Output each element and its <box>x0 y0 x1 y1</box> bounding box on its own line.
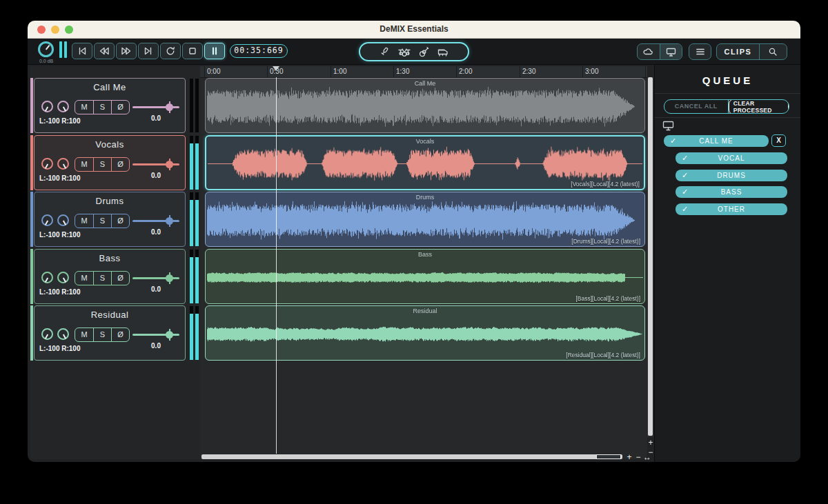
track-color-strip <box>30 78 33 133</box>
menu-button[interactable] <box>689 43 711 60</box>
volume-slider-thumb[interactable] <box>166 331 173 339</box>
hzoom-in-button[interactable]: + <box>625 453 633 461</box>
hzoom-out-button[interactable]: − <box>634 453 642 461</box>
timecode-display[interactable]: 00:35:669 <box>230 44 288 58</box>
volume-slider[interactable] <box>132 220 179 222</box>
mute-button[interactable]: M <box>75 214 93 228</box>
mute-button[interactable]: M <box>75 272 93 285</box>
clip-label: Residual <box>206 308 644 314</box>
vertical-scrollbar[interactable] <box>647 77 653 437</box>
queue-actions: CANCEL ALL CLEAR PROCESSED <box>664 99 789 114</box>
audio-clip-residual[interactable]: Residual[Residual][Local][4.2 (latest)] <box>205 305 645 361</box>
audio-clip-bass[interactable]: Bass[Bass][Local][4.2 (latest)] <box>205 249 645 304</box>
track-header-drums[interactable]: DrumsMSØ0.0L:-100 R:100 <box>30 192 200 247</box>
track-color-strip <box>30 305 33 361</box>
track-header-residual[interactable]: ResidualMSØ0.0L:-100 R:100 <box>30 305 200 361</box>
volume-slider-thumb[interactable] <box>166 103 173 111</box>
clips-button[interactable]: CLIPS <box>717 44 759 59</box>
clear-processed-button[interactable]: CLEAR PROCESSED <box>728 100 789 113</box>
pan-left-knob[interactable] <box>41 101 53 112</box>
loop-button[interactable] <box>160 43 181 59</box>
search-button[interactable] <box>759 44 787 59</box>
stop-button[interactable] <box>182 43 203 59</box>
solo-button[interactable]: S <box>93 158 111 171</box>
vertical-scroll-thumb[interactable] <box>648 77 653 436</box>
vzoom-out-button[interactable]: − <box>647 448 655 456</box>
cloud-button[interactable] <box>638 44 660 59</box>
queue-stem-bass[interactable]: ✓BASS <box>676 186 787 198</box>
track-color-strip <box>30 192 33 247</box>
pan-left-knob[interactable] <box>41 158 53 170</box>
transport-controls <box>72 43 225 59</box>
ruler-tick: 2:30 <box>520 66 535 78</box>
solo-button[interactable]: S <box>93 272 111 285</box>
pause-button[interactable] <box>204 43 225 59</box>
queue-job-call-me[interactable]: ✓ CALL ME <box>664 135 769 147</box>
track-header-call-me[interactable]: Call MeMSØ0.0L:-100 R:100 <box>30 78 200 133</box>
solo-button[interactable]: S <box>93 328 111 341</box>
pan-range-label: L:-100 R:100 <box>39 174 80 182</box>
audio-clip-call-me[interactable]: Call Me <box>205 78 645 133</box>
pan-left-knob[interactable] <box>41 328 53 340</box>
monitor-icon <box>665 47 677 57</box>
rewind-button[interactable] <box>94 43 115 59</box>
audio-clip-drums[interactable]: Drums[Drums][Local][4.2 (latest)] <box>205 192 645 247</box>
ruler-tick: 2:00 <box>456 66 472 78</box>
phase-button[interactable]: Ø <box>111 272 129 285</box>
queue-panel: QUEUE CANCEL ALL CLEAR PROCESSED ✓ CALL … <box>654 65 800 462</box>
queue-stem-drums[interactable]: ✓DRUMS <box>676 170 787 181</box>
skip-to-end-button[interactable] <box>138 43 159 59</box>
master-volume-knob[interactable] <box>38 41 54 57</box>
pan-left-knob[interactable] <box>41 214 53 226</box>
mute-button[interactable]: M <box>75 101 93 114</box>
local-machine-button[interactable] <box>660 44 682 59</box>
track-color-strip <box>30 135 33 190</box>
cancel-all-button[interactable]: CANCEL ALL <box>664 100 728 113</box>
mute-button[interactable]: M <box>75 328 93 341</box>
phase-button[interactable]: Ø <box>111 214 129 228</box>
phase-button[interactable]: Ø <box>111 158 129 171</box>
vzoom-in-button[interactable]: + <box>647 439 655 447</box>
solo-button[interactable]: S <box>93 214 111 228</box>
track-name: Bass <box>34 253 185 263</box>
pan-right-knob[interactable] <box>57 272 69 283</box>
pan-right-knob[interactable] <box>57 328 69 340</box>
audio-clip-vocals[interactable]: Vocals[Vocals][Local][4.2 (latest)] <box>205 135 645 190</box>
microphone-icon[interactable] <box>378 46 391 58</box>
volume-slider[interactable] <box>132 277 179 279</box>
pan-right-knob[interactable] <box>57 214 69 226</box>
volume-slider[interactable] <box>132 106 179 108</box>
playhead-marker[interactable] <box>273 66 279 71</box>
phase-button[interactable]: Ø <box>111 328 129 341</box>
solo-button[interactable]: S <box>93 101 111 114</box>
track-color-strip <box>30 249 33 304</box>
pan-left-knob[interactable] <box>41 272 53 283</box>
queue-job-close-button[interactable]: X <box>771 134 786 147</box>
volume-value: 0.0 <box>138 285 174 293</box>
phase-button[interactable]: Ø <box>111 101 129 114</box>
pan-range-label: L:-100 R:100 <box>39 117 80 125</box>
volume-slider-thumb[interactable] <box>166 274 173 282</box>
pan-right-knob[interactable] <box>57 158 69 170</box>
skip-to-start-button[interactable] <box>72 43 92 59</box>
track-header-bass[interactable]: BassMSØ0.0L:-100 R:100 <box>30 249 200 304</box>
horizontal-scrollbar[interactable] <box>201 454 622 459</box>
horizontal-scroll-thumb[interactable] <box>596 454 621 459</box>
master-meter-right <box>64 41 67 58</box>
track-header-vocals[interactable]: VocalsMSØ0.0L:-100 R:100 <box>30 135 200 190</box>
fast-forward-button[interactable] <box>116 43 137 59</box>
time-ruler[interactable]: 0:00 0:30 1:00 1:30 2:00 2:30 3:00 3 <box>200 66 647 78</box>
volume-slider[interactable] <box>132 334 179 336</box>
volume-slider-thumb[interactable] <box>166 217 173 225</box>
pan-right-knob[interactable] <box>57 101 69 112</box>
queue-stem-vocal[interactable]: ✓VOCAL <box>676 152 787 164</box>
drums-icon[interactable] <box>397 46 411 58</box>
playhead-line[interactable] <box>276 77 277 454</box>
guitar-icon[interactable] <box>418 46 430 58</box>
queue-stem-other[interactable]: ✓OTHER <box>676 203 787 215</box>
piano-icon[interactable] <box>437 46 450 57</box>
volume-slider[interactable] <box>132 163 179 165</box>
app-window: DeMIX Essentials 0.0 dB 00:35:669 <box>28 21 800 462</box>
volume-slider-thumb[interactable] <box>166 161 173 168</box>
mute-button[interactable]: M <box>75 158 93 171</box>
